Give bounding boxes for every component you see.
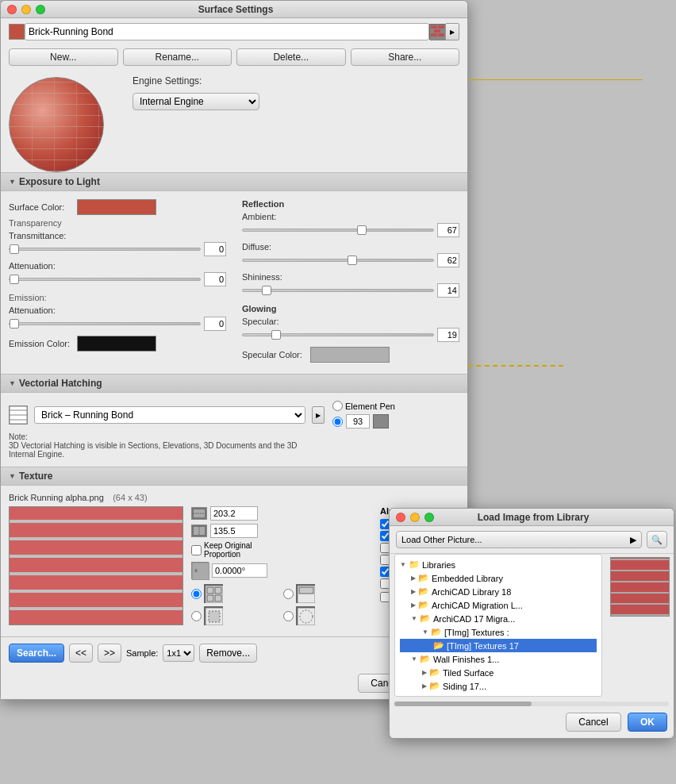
share-button[interactable]: Share... (351, 48, 460, 66)
attenuation2-thumb[interactable] (10, 319, 19, 329)
shininess-value[interactable]: 14 (437, 283, 459, 298)
specular-color-swatch[interactable] (310, 347, 390, 363)
embedded-library-label: Embedded Library (432, 574, 503, 583)
surface-arrow-button[interactable]: ▶ (445, 23, 459, 40)
diffuse-group: Diffuse: 62 (242, 242, 459, 267)
load-other-button[interactable]: Load Other Picture... ▶ (396, 531, 642, 548)
shininess-thumb[interactable] (262, 286, 271, 295)
tiling-options (191, 584, 372, 625)
texture-height-input[interactable] (210, 524, 258, 538)
tiling-radio-1[interactable] (191, 589, 202, 599)
exposure-section-header[interactable]: ▼ Exposure to Light (1, 172, 467, 191)
archicad17-label: ArchiCAD 17 Migra... (433, 614, 515, 624)
library-tree: ▼ 📁 Libraries ▶ 📂 Embedded Library ▶ 📂 A… (394, 554, 602, 697)
hatching-triangle-icon: ▼ (9, 379, 16, 387)
pen-number-value[interactable]: 93 (346, 414, 370, 429)
specular-value[interactable]: 19 (437, 328, 459, 342)
new-button[interactable]: New... (9, 48, 118, 66)
pen-color-box[interactable] (373, 414, 389, 429)
diffuse-slider-row: 62 (242, 253, 459, 267)
siding-item[interactable]: ▶ 📂 Siding 17... (400, 679, 597, 693)
shininess-label: Shininess: (242, 272, 459, 282)
shininess-track[interactable] (242, 289, 434, 292)
texture-section-header[interactable]: ▼ Texture (1, 467, 467, 486)
diffuse-track[interactable] (242, 259, 434, 262)
keep-proportion-checkbox[interactable] (191, 545, 202, 555)
migration-item[interactable]: ▶ 📂 ArchiCAD Migration L... (400, 598, 597, 612)
tiling-option-1[interactable] (191, 584, 280, 603)
ambient-thumb[interactable] (357, 225, 367, 235)
transmittance-value[interactable]: 0 (204, 242, 226, 256)
tiling-option-3[interactable] (191, 606, 280, 625)
load-search-icon-button[interactable]: 🔍 (647, 531, 667, 548)
attenuation2-track[interactable] (9, 322, 201, 325)
timg-arrow-icon: ▼ (422, 628, 428, 636)
element-pen-label: Element Pen (345, 402, 395, 411)
libraries-root[interactable]: ▼ 📁 Libraries (400, 558, 597, 571)
surface-color-swatch[interactable] (77, 199, 156, 215)
dialog-scrollbar[interactable] (394, 701, 669, 706)
archicad17-item[interactable]: ▼ 📂 ArchiCAD 17 Migra... (400, 612, 597, 625)
search-button[interactable]: Search... (9, 644, 64, 663)
timg-textures-item[interactable]: ▼ 📂 [TImg] Textures : (400, 625, 597, 639)
engine-settings-label: Engine Settings: (133, 75, 202, 86)
surface-swatch[interactable] (9, 24, 25, 40)
tiling-radio-2[interactable] (283, 589, 294, 599)
surface-name-field[interactable] (25, 23, 429, 40)
wall-finishes-arrow-icon: ▼ (411, 655, 417, 663)
load-ok-button[interactable]: OK (628, 713, 667, 732)
attenuation1-value[interactable]: 0 (204, 272, 226, 286)
tiled-surface-label: Tiled Surface (443, 668, 494, 678)
load-cancel-button[interactable]: Cancel (566, 713, 621, 732)
texture-preview-inner (10, 507, 182, 625)
transmittance-track[interactable] (9, 248, 201, 251)
rename-button[interactable]: Rename... (123, 48, 232, 66)
migration-label: ArchiCAD Migration L... (432, 601, 523, 610)
delete-button[interactable]: Delete... (236, 48, 346, 66)
remove-button[interactable]: Remove... (199, 644, 257, 663)
attenuation2-value[interactable]: 0 (204, 317, 226, 331)
archicad18-label: ArchiCAD Library 18 (432, 587, 511, 597)
diffuse-value[interactable]: 62 (437, 253, 459, 267)
diffuse-thumb[interactable] (348, 256, 357, 265)
transmittance-thumb[interactable] (10, 244, 19, 254)
texture-width-input[interactable] (210, 506, 258, 521)
element-pen-row: Element Pen (332, 401, 459, 411)
specular-thumb[interactable] (271, 330, 281, 340)
dialog-scrollbar-thumb[interactable] (394, 701, 532, 706)
tiling-option-4[interactable] (283, 606, 372, 625)
hatching-arrow-btn[interactable]: ▶ (312, 406, 325, 424)
tiling-radio-4[interactable] (283, 611, 294, 621)
angle-input[interactable] (212, 563, 267, 578)
hatching-section-header[interactable]: ▼ Vectorial Hatching (1, 374, 467, 393)
embedded-arrow-icon: ▶ (411, 575, 416, 582)
hatching-pattern-select[interactable]: Brick – Running Bond (34, 406, 305, 424)
ambient-track[interactable] (242, 229, 434, 232)
forward-button[interactable]: >> (98, 644, 121, 663)
embedded-library-item[interactable]: ▶ 📂 Embedded Library (400, 571, 597, 585)
ambient-value[interactable]: 67 (437, 223, 459, 237)
element-pen-radio-input[interactable] (332, 401, 343, 411)
tiling-radio-3[interactable] (191, 611, 202, 621)
specular-track[interactable] (242, 333, 434, 336)
back-button[interactable]: << (69, 644, 93, 663)
svg-rect-24 (209, 611, 220, 622)
emission-color-swatch[interactable] (77, 336, 156, 352)
archicad18-item[interactable]: ▶ 📂 ArchiCAD Library 18 (400, 585, 597, 598)
sample-select[interactable]: 1x1 (163, 644, 194, 662)
tiling-option-2[interactable] (283, 584, 372, 603)
attenuation1-thumb[interactable] (10, 275, 19, 284)
tiled-surface-item[interactable]: ▶ 📂 Tiled Surface (400, 666, 597, 679)
timg-textures17-item[interactable]: 📂 [TImg] Textures 17 (400, 639, 597, 652)
archicad17-folder-icon: 📂 (420, 613, 431, 624)
element-pen-radio[interactable]: Element Pen (332, 401, 395, 411)
archicad18-arrow-icon: ▶ (411, 588, 416, 595)
engine-select[interactable]: Internal Engine (133, 93, 259, 110)
attenuation1-track[interactable] (9, 278, 201, 281)
embedded-folder-icon: 📂 (418, 573, 429, 583)
hatching-note: Note:3D Vectorial Hatching is visible in… (9, 432, 325, 459)
wall-finishes-item[interactable]: ▼ 📂 Wall Finishes 1... (400, 652, 597, 666)
keep-proportion-label: Keep OriginalProportion (204, 541, 252, 559)
exposure-triangle-icon: ▼ (9, 178, 16, 186)
pen-type-radio[interactable] (332, 417, 343, 427)
